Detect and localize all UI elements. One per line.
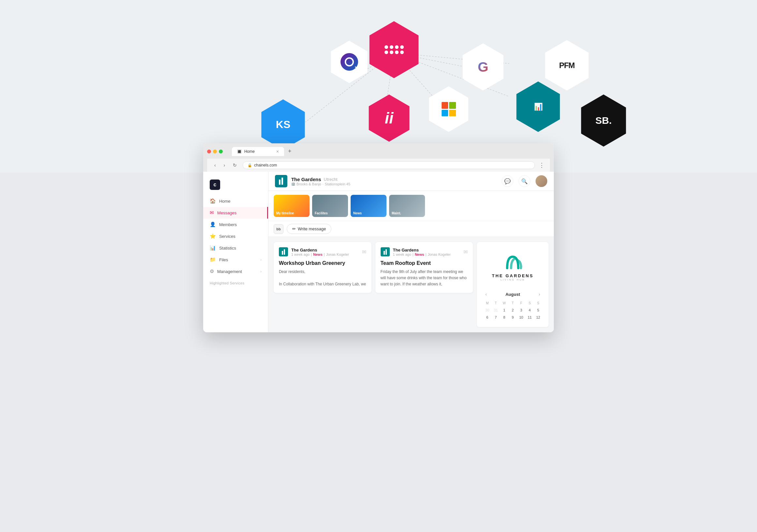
tab-label: Home [244, 149, 255, 154]
cal-day-7[interactable]: 7 [492, 314, 500, 321]
sidebar-item-messages[interactable]: ✉ Messages [203, 207, 268, 219]
calendar-next-button[interactable]: › [536, 291, 542, 297]
write-message-button[interactable]: ✏ Write message [287, 224, 331, 234]
card-tag-2: News [415, 252, 424, 256]
card-tag-1: News [313, 252, 322, 256]
browser-chrome: ⬛ Home × + ‹ › ↻ 🔒 chainels.com ⋮ [203, 143, 554, 172]
cal-day-4[interactable]: 4 [526, 307, 533, 313]
sidebar-home-label: Home [219, 199, 230, 204]
card-email-icon-2[interactable]: ✉ [464, 249, 468, 255]
sidebar-item-members[interactable]: 👤 Members [203, 219, 268, 230]
property-subtitle: 🏢 Brooks & Banjo · Stationsplein 45 [291, 182, 350, 186]
cal-day-8[interactable]: 8 [500, 314, 508, 321]
app-content: c 🏠 Home ✉ Messages 👤 Members ⭐ [203, 172, 554, 332]
hex-pfm[interactable]: PFM [542, 40, 592, 91]
back-button[interactable]: ‹ [212, 162, 218, 168]
maximize-window-button[interactable] [219, 150, 223, 154]
tab-maint[interactable]: Maint. [389, 195, 425, 217]
cal-day-5[interactable]: 5 [534, 307, 542, 313]
tab-news-label: News [353, 211, 362, 215]
cal-header-s: S [526, 300, 533, 306]
tab-maint-bg: Maint. [389, 195, 425, 217]
browser-tab-home[interactable]: ⬛ Home × [232, 147, 284, 156]
card-body-greeting: Dear residents, [279, 269, 366, 275]
card-author-2: Jonas Kogeler [428, 252, 450, 256]
minimize-window-button[interactable] [213, 150, 217, 154]
cal-day-12[interactable]: 12 [534, 314, 542, 321]
card-info-1: The Gardens 1 week ago | News | Jonas Ko… [291, 248, 359, 256]
sidebar-item-statistics[interactable]: 📊 Statistics [203, 242, 268, 254]
property-city: Utrecht [324, 177, 338, 182]
cal-header-s2: S [534, 300, 542, 306]
content-grid: The Gardens 1 week ago | News | Jonas Ko… [268, 237, 554, 332]
gardens-logo-area: THE GARDENS LIVING HUB [492, 249, 533, 284]
new-tab-button[interactable]: + [286, 147, 294, 156]
hex-google[interactable]: G [460, 43, 507, 91]
cal-day-30[interactable]: 30 [483, 307, 491, 313]
browser-window: ⬛ Home × + ‹ › ↻ 🔒 chainels.com ⋮ [203, 143, 554, 332]
sidebar-item-files[interactable]: 📁 Files › [203, 254, 268, 266]
hex-search[interactable] [328, 41, 371, 83]
tab-facilites[interactable]: Facilites [312, 195, 348, 217]
tab-my-timeline-bg: My timeline [274, 195, 310, 217]
chainels-logo-mark: c [210, 180, 220, 190]
close-window-button[interactable] [207, 150, 211, 154]
gardens-name: THE GARDENS [492, 273, 533, 278]
sidebar-item-management[interactable]: ⚙ Management › [203, 266, 268, 277]
user-avatar[interactable] [535, 175, 547, 187]
card-email-icon-1[interactable]: ✉ [362, 249, 366, 255]
card-body-2: Friday the 9th of July after the team me… [380, 269, 468, 288]
calendar-header: ‹ August › [483, 291, 542, 297]
cal-header-w: W [500, 300, 508, 306]
cal-header-t2: T [509, 300, 517, 306]
card-author-1: Jonas Kogeler [326, 252, 349, 256]
pencil-icon: ✏ [292, 226, 296, 231]
calendar-grid: M T W T F S S 30 31 1 [483, 300, 542, 321]
tab-news[interactable]: News [350, 195, 386, 217]
forward-button[interactable]: › [222, 162, 227, 168]
hex-ks[interactable]: KS [258, 99, 309, 150]
calendar-prev-button[interactable]: ‹ [483, 291, 489, 297]
cal-day-10[interactable]: 10 [517, 314, 525, 321]
cal-day-1[interactable]: 1 [500, 307, 508, 313]
cal-day-11[interactable]: 11 [526, 314, 533, 321]
sidebar-item-services[interactable]: ⭐ Services [203, 230, 268, 242]
news-card-1: The Gardens 1 week ago | News | Jonas Ko… [274, 242, 372, 293]
card-body-content: In Collaboration with The Urban Greenery… [279, 281, 366, 287]
hex-center[interactable] [366, 21, 423, 78]
highlighted-services-label: Highlighted Services [203, 277, 268, 286]
statistics-icon: 📊 [210, 245, 216, 251]
sidebar-item-home[interactable]: 🏠 Home [203, 195, 268, 207]
card-body-1: Dear residents, In Collaboration with Th… [279, 269, 366, 288]
card-title-1: Workshop Urban Greenery [279, 260, 366, 266]
cal-day-9[interactable]: 9 [509, 314, 517, 321]
card-title-2: Team Rooftop Event [380, 260, 468, 266]
hex-sb[interactable]: SB. [578, 95, 630, 147]
card-meta-2: 1 week ago | News | Jonas Kogeler [393, 252, 461, 256]
chat-button[interactable]: 💬 [501, 175, 513, 187]
tab-my-timeline[interactable]: My timeline [274, 195, 310, 217]
tab-facilites-label: Facilites [315, 211, 328, 215]
cal-day-6[interactable]: 6 [483, 314, 491, 321]
files-expand-icon: › [260, 258, 261, 262]
tab-facilites-bg: Facilites [312, 195, 348, 217]
window-controls [207, 150, 223, 154]
hex-red-i[interactable]: ii [366, 95, 413, 142]
cal-day-31[interactable]: 31 [492, 307, 500, 313]
category-tabs: My timeline Facilites News [268, 191, 554, 221]
bb-badge: bb [274, 224, 284, 234]
url-input[interactable]: 🔒 chainels.com [243, 161, 535, 169]
cal-header-m: M [483, 300, 491, 306]
card-prop-name-2: The Gardens [393, 248, 461, 252]
search-button[interactable]: 🔍 [519, 175, 530, 187]
cal-day-2[interactable]: 2 [509, 307, 517, 313]
cal-day-3[interactable]: 3 [517, 307, 525, 313]
browser-more-button[interactable]: ⋮ [539, 162, 545, 169]
tab-close-button[interactable]: × [276, 149, 279, 154]
card-header-2: The Gardens 1 week ago | News | Jonas Ko… [380, 247, 468, 256]
main-content: The Gardens Utrecht 🏢 Brooks & Banjo · S… [268, 172, 554, 332]
messages-icon: ✉ [210, 210, 214, 216]
hex-microsoft[interactable] [426, 86, 471, 132]
refresh-button[interactable]: ↻ [231, 162, 239, 168]
home-icon: 🏠 [210, 198, 216, 204]
